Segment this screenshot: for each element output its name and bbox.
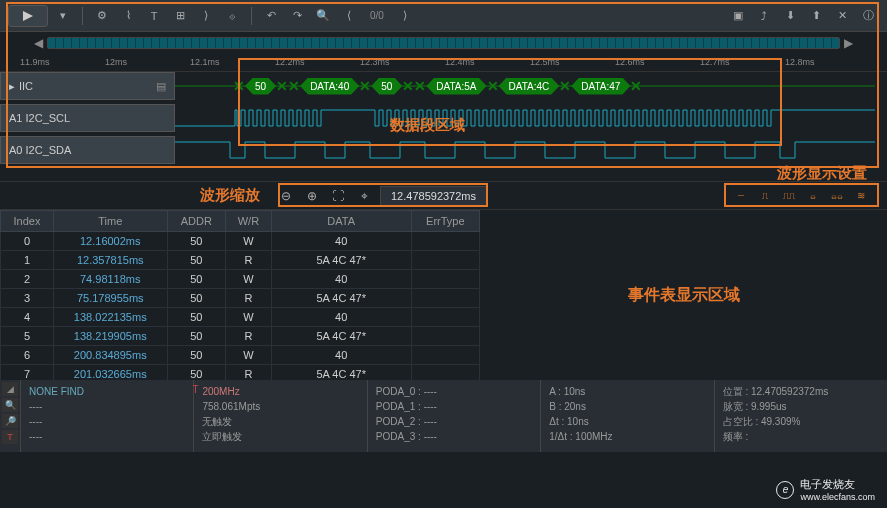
display-mode-icons: ┄ ⎍ ⎍⎍ ⏛ ⏛⏛ ≋	[725, 186, 877, 206]
next-icon[interactable]: ⟩	[394, 5, 416, 27]
logo-icon: e	[776, 481, 794, 499]
col-errtype[interactable]: ErrType	[411, 211, 479, 232]
zoom-bar: 波形缩放 ⊖ ⊕ ⛶ ⌖ 12.478592372ms 波形显示设置 ┄ ⎍ ⎍…	[0, 182, 887, 210]
status-label: PODA_1 :	[376, 401, 421, 412]
channel-scl[interactable]: A1 I2C_SCL	[0, 104, 175, 132]
scrub-left-icon[interactable]: ◀	[30, 36, 47, 50]
st-tool-2[interactable]: 🔍	[2, 398, 18, 412]
st-tool-1[interactable]: ◢	[2, 382, 18, 396]
annotation-label: 事件表显示区域	[628, 285, 740, 306]
status-value: ----	[29, 399, 185, 414]
status-value: 9.995us	[751, 401, 787, 412]
status-panel-sample: T 200MHz 758.061Mpts 无触发 立即触发	[193, 380, 366, 452]
scl-wave-row	[175, 104, 887, 132]
text-tool-icon[interactable]: T	[143, 5, 165, 27]
ruler-tick: 12.6ms	[615, 57, 645, 67]
zoom-fit-icon[interactable]: ⛶	[328, 186, 348, 206]
upload-icon[interactable]: ⬆	[805, 5, 827, 27]
status-label: PODA_3 :	[376, 431, 421, 442]
ruler-icon[interactable]: ⟐	[221, 5, 243, 27]
table-row[interactable]: 012.16002ms50W40	[1, 232, 480, 251]
st-tool-4[interactable]: T	[2, 430, 18, 444]
status-value: ----	[424, 431, 437, 442]
watermark-url: www.elecfans.com	[800, 492, 875, 502]
ruler-tick: 12.4ms	[445, 57, 475, 67]
status-value: ----	[29, 429, 185, 444]
disp-wave4-icon[interactable]: ⏛⏛	[827, 188, 847, 204]
col-index[interactable]: Index	[1, 211, 54, 232]
status-value: 758.061Mpts	[202, 399, 358, 414]
status-bar: ◢ 🔍 🔎 T NONE FIND ---- ---- ---- T 200MH…	[0, 380, 887, 452]
disp-wave3-icon[interactable]: ⏛	[803, 188, 823, 204]
play-button[interactable]	[8, 5, 48, 27]
status-tools: ◢ 🔍 🔎 T	[0, 380, 20, 452]
status-label: PODA_2 :	[376, 416, 421, 427]
ruler-tick: 12.1ms	[190, 57, 220, 67]
decode-bubble: DATA:47	[571, 78, 630, 95]
cursor-icon[interactable]: ⌖	[354, 186, 374, 206]
waveform-canvas[interactable]: ✕ 50 ✕✕ DATA:40 ✕ 50 ✕✕ DATA:5A ✕ DATA:4…	[175, 72, 887, 181]
st-tool-3[interactable]: 🔎	[2, 414, 18, 428]
col-time[interactable]: Time	[53, 211, 167, 232]
col-wr[interactable]: W/R	[226, 211, 272, 232]
tool-icon-1[interactable]: ⌇	[117, 5, 139, 27]
event-table[interactable]: Index Time ADDR W/R DATA ErrType 012.160…	[0, 210, 480, 380]
tool-icon-2[interactable]: ⊞	[169, 5, 191, 27]
status-label: 占空比 :	[723, 416, 759, 427]
status-label: Δt :	[549, 416, 564, 427]
table-row[interactable]: 4138.022135ms50W40	[1, 308, 480, 327]
export-icon[interactable]: ⤴	[753, 5, 775, 27]
col-data[interactable]: DATA	[271, 211, 411, 232]
screenshot-icon[interactable]: ▣	[727, 5, 749, 27]
col-addr[interactable]: ADDR	[167, 211, 226, 232]
disp-wave1-icon[interactable]: ⎍	[755, 188, 775, 204]
table-row[interactable]: 6200.834895ms50W40	[1, 346, 480, 365]
table-row[interactable]: 274.98118ms50W40	[1, 270, 480, 289]
dropdown-icon[interactable]: ▾	[52, 5, 74, 27]
disp-wave2-icon[interactable]: ⎍⎍	[779, 188, 799, 204]
main-toolbar: ▾ ⚙ ⌇ T ⊞ ⟩ ⟐ ↶ ↷ 🔍 ⟨ 0/0 ⟩ ▣ ⤴ ⬇ ⬆ ✕ ⓘ	[0, 0, 887, 32]
zoom-out-icon[interactable]: ⊖	[276, 186, 296, 206]
status-label: B :	[549, 401, 561, 412]
disp-wave5-icon[interactable]: ≋	[851, 188, 871, 204]
channel-label: A1 I2C_SCL	[9, 112, 70, 124]
decode-bubble: 50	[245, 78, 276, 95]
table-row[interactable]: 112.357815ms50R5A 4C 47*	[1, 251, 480, 270]
result-counter: 0/0	[364, 10, 390, 21]
disp-dash-icon[interactable]: ┄	[731, 188, 751, 204]
gear-icon[interactable]: ⚙	[91, 5, 113, 27]
separator	[251, 7, 252, 25]
redo-icon[interactable]: ↷	[286, 5, 308, 27]
channel-label: IIC	[19, 80, 33, 92]
decode-bubble: 50	[371, 78, 402, 95]
status-label: 脉宽 :	[723, 401, 749, 412]
annotation-label: 波形缩放	[200, 186, 260, 205]
time-ruler: 11.9ms 12ms 12.1ms 12.2ms 12.3ms 12.4ms …	[0, 54, 887, 72]
time-readout: 12.478592372ms	[380, 186, 487, 206]
search-icon[interactable]: 🔍	[312, 5, 334, 27]
table-row[interactable]: 7201.032665ms50R5A 4C 47*	[1, 365, 480, 381]
table-row[interactable]: 375.178955ms50R5A 4C 47*	[1, 289, 480, 308]
gear-icon[interactable]: ▤	[156, 80, 166, 93]
scrubber-track[interactable]	[47, 37, 840, 49]
save-icon[interactable]: ⬇	[779, 5, 801, 27]
timeline-scrubber: ◀ ▶	[0, 32, 887, 54]
tool-icon-3[interactable]: ⟩	[195, 5, 217, 27]
table-row[interactable]: 5138.219905ms50R5A 4C 47*	[1, 327, 480, 346]
status-value: 10ns	[567, 416, 589, 427]
channel-sda[interactable]: A0 I2C_SDA	[0, 136, 175, 164]
waveform-area: ▸ IIC ▤ A1 I2C_SCL A0 I2C_SDA ✕ 50 ✕✕ DA…	[0, 72, 887, 182]
settings-icon[interactable]: ✕	[831, 5, 853, 27]
separator	[82, 7, 83, 25]
ruler-tick: 12.5ms	[530, 57, 560, 67]
prev-icon[interactable]: ⟨	[338, 5, 360, 27]
channel-iic[interactable]: ▸ IIC ▤	[0, 72, 175, 100]
ruler-tick: 11.9ms	[20, 57, 50, 67]
channel-label: A0 I2C_SDA	[9, 144, 71, 156]
info-icon[interactable]: ⓘ	[857, 5, 879, 27]
zoom-in-icon[interactable]: ⊕	[302, 186, 322, 206]
undo-icon[interactable]: ↶	[260, 5, 282, 27]
status-label: A :	[549, 386, 561, 397]
status-value: 无触发	[202, 414, 358, 429]
scrub-right-icon[interactable]: ▶	[840, 36, 857, 50]
